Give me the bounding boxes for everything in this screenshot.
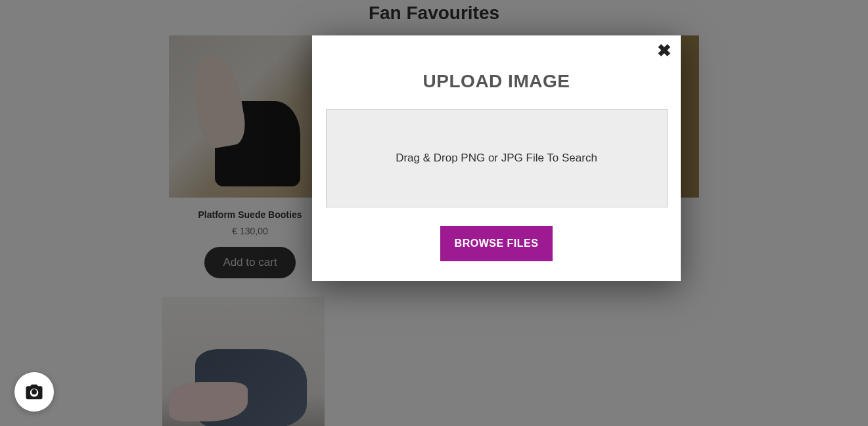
upload-image-modal: ✖ UPLOAD IMAGE Drag & Drop PNG or JPG Fi…: [312, 35, 681, 281]
file-dropzone[interactable]: Drag & Drop PNG or JPG File To Search: [326, 109, 668, 207]
camera-icon: [24, 382, 44, 402]
browse-button-wrap: BROWSE FILES: [325, 226, 668, 261]
close-icon[interactable]: ✖: [657, 42, 672, 59]
visual-search-fab[interactable]: [14, 372, 54, 412]
dropzone-text: Drag & Drop PNG or JPG File To Search: [396, 152, 597, 165]
browse-files-button[interactable]: BROWSE FILES: [440, 226, 553, 261]
modal-title: UPLOAD IMAGE: [325, 71, 668, 92]
